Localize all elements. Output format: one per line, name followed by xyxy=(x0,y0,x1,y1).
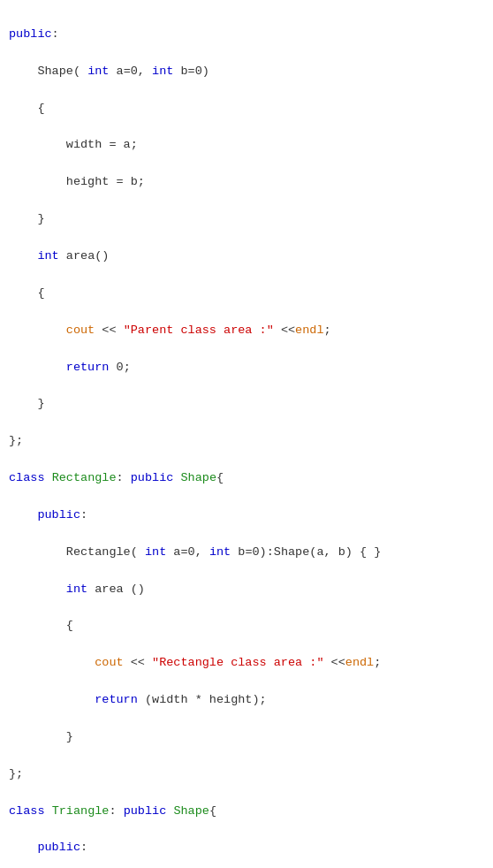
line-open-brace1: { xyxy=(9,100,484,118)
line-height-eq: height = b; xyxy=(9,173,484,192)
line-semicolon1: }; xyxy=(9,432,484,451)
line-open-brace2: { xyxy=(9,285,484,303)
line-rect-constructor: Rectangle( int a=0, int b=0):Shape(a, b)… xyxy=(9,544,484,562)
line-close-brace1: } xyxy=(9,210,484,229)
line-return-rect: return (width * height); xyxy=(9,691,484,710)
line-class-rectangle: class Rectangle: public Shape{ xyxy=(9,469,484,488)
line-shape-constructor: Shape( int a=0, int b=0) xyxy=(9,63,484,81)
line-cout-rect: cout << "Rectangle class area :" <<endl; xyxy=(9,654,484,673)
line-class-triangle: class Triangle: public Shape{ xyxy=(9,803,484,821)
line-public2: public: xyxy=(9,506,484,525)
line-close-brace-rect: } xyxy=(9,728,484,747)
line-open-brace-rect: { xyxy=(9,617,484,636)
line-semicolon2: }; xyxy=(9,765,484,784)
line-int-area1: int area() xyxy=(9,247,484,266)
line-return-0: return 0; xyxy=(9,359,484,377)
line-public3: public: xyxy=(9,839,484,857)
line-cout-parent: cout << "Parent class area :" <<endl; xyxy=(9,322,484,340)
line-close-brace2: } xyxy=(9,395,484,414)
code-editor: public: Shape( int a=0, int b=0) { width… xyxy=(9,7,484,868)
line-int-area-rect: int area () xyxy=(9,581,484,599)
line-public1: public: xyxy=(9,26,484,44)
line-width-eq: width = a; xyxy=(9,136,484,155)
